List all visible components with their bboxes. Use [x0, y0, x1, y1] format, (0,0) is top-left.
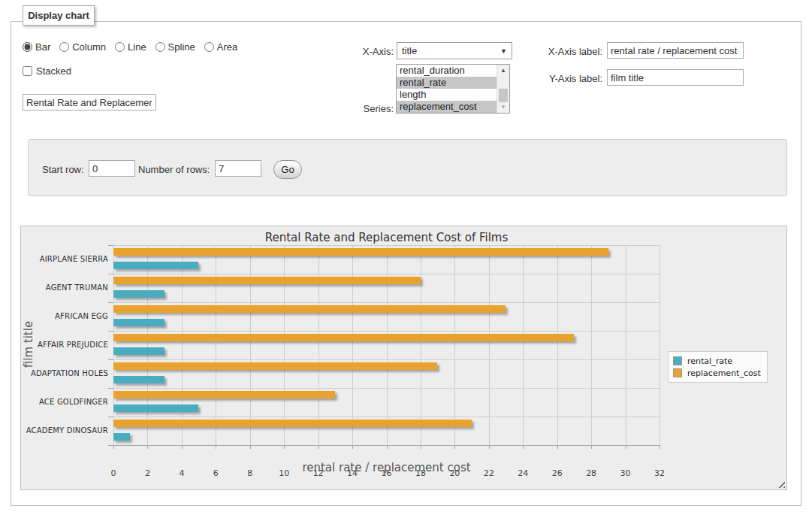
start-row-input[interactable] — [89, 160, 135, 177]
y-axis-title: film title — [22, 292, 35, 397]
chart-type-radio-bar[interactable] — [23, 42, 32, 52]
x-axis-select[interactable]: title ▼ — [397, 42, 512, 59]
series-list-label: Series: — [331, 103, 394, 114]
bar-rental_rate — [113, 404, 198, 412]
chart-type-option-spline[interactable]: Spline — [155, 41, 195, 53]
series-scrollbar[interactable]: ▲ ▼ — [497, 65, 509, 113]
series-option-replacement_cost[interactable]: replacement_cost — [397, 101, 497, 113]
x-axis-label-input[interactable] — [607, 42, 744, 59]
dropdown-arrow-icon: ▼ — [500, 47, 507, 55]
gridline — [284, 245, 285, 445]
chart-type-radio-group: BarColumnLineSplineArea — [23, 41, 242, 53]
y-tick — [108, 245, 113, 246]
x-axis-selected-value: title — [402, 45, 417, 56]
stacked-checkbox[interactable] — [23, 66, 32, 76]
legend-swatch — [673, 356, 682, 365]
resize-handle-icon[interactable] — [777, 480, 785, 488]
scroll-down-icon[interactable]: ▼ — [497, 101, 509, 113]
y-tick — [108, 359, 113, 360]
chart-type-option-bar[interactable]: Bar — [23, 41, 50, 53]
bar-replacement_cost — [113, 362, 437, 370]
bar-replacement_cost — [113, 305, 506, 313]
y-axis-label-input[interactable] — [607, 69, 744, 86]
gridline — [147, 245, 148, 445]
gridline — [523, 245, 524, 445]
bar-replacement_cost — [113, 420, 472, 427]
chart-type-option-column[interactable]: Column — [59, 41, 106, 53]
gridline — [113, 388, 660, 389]
bar-replacement_cost — [113, 334, 574, 341]
chart-type-radio-column[interactable] — [59, 42, 69, 52]
row-controls-box: Start row: Number of rows: Go — [28, 139, 787, 196]
scroll-up-icon[interactable]: ▲ — [497, 65, 509, 76]
chart-title: Rental Rate and Replacement Cost of Film… — [113, 231, 660, 244]
gridline — [250, 245, 251, 445]
chart-type-radio-spline[interactable] — [155, 42, 165, 52]
y-axis-label-caption: Y-Axis label: — [530, 73, 602, 84]
go-button[interactable]: Go — [273, 160, 302, 179]
chart-type-label: Area — [217, 41, 237, 53]
bar-rental_rate — [113, 376, 165, 383]
series-listbox[interactable]: rental_durationrental_ratelengthreplacem… — [396, 64, 510, 114]
gridline — [660, 245, 660, 445]
category-label: ACADEMY DINOSAUR — [18, 426, 108, 435]
y-tick — [108, 331, 113, 332]
scrollbar-thumb[interactable] — [499, 89, 508, 102]
x-axis-line — [113, 445, 660, 446]
x-axis-label-caption: X-Axis label: — [530, 46, 602, 57]
chart-legend: rental_ratereplacement_cost — [668, 351, 768, 383]
legend-item-replacement_cost: replacement_cost — [673, 367, 761, 379]
chart-type-radio-line[interactable] — [115, 42, 125, 52]
stacked-checkbox-row: Stacked — [23, 65, 71, 77]
category-label: AGENT TRUMAN — [18, 283, 108, 292]
series-option-length[interactable]: length — [397, 89, 497, 101]
series-options: rental_durationrental_ratelengthreplacem… — [397, 65, 497, 113]
gridline — [387, 245, 388, 445]
legend-label: replacement_cost — [687, 368, 761, 378]
y-tick — [108, 388, 113, 389]
chart-type-label: Line — [128, 41, 146, 53]
number-of-rows-label: Number of rows: — [138, 164, 210, 175]
y-tick — [108, 417, 113, 417]
bar-rental_rate — [113, 262, 198, 269]
gridline — [113, 331, 660, 332]
y-tick — [108, 302, 113, 303]
bar-replacement_cost — [113, 277, 421, 284]
chart-container: Rental Rate and Replacement Cost of Film… — [20, 226, 787, 490]
bar-rental_rate — [113, 319, 165, 326]
y-tick — [108, 445, 113, 446]
chart-plot-area: 02468101214161820222426283032AIRPLANE SI… — [113, 245, 660, 445]
chart-type-label: Spline — [168, 41, 195, 53]
series-option-rental_duration[interactable]: rental_duration — [397, 65, 497, 77]
start-row-label: Start row: — [42, 164, 84, 175]
stacked-label: Stacked — [36, 65, 71, 77]
bar-rental_rate — [113, 433, 130, 441]
page: Display chart BarColumnLineSplineArea St… — [0, 0, 812, 512]
chart-type-option-area[interactable]: Area — [204, 41, 237, 53]
series-option-rental_rate[interactable]: rental_rate — [397, 77, 497, 89]
chart-title-input[interactable] — [23, 94, 156, 111]
chart-type-label: Bar — [35, 41, 50, 53]
gridline — [318, 245, 319, 445]
gridline — [113, 274, 660, 274]
category-label: ACE GOLDFINGER — [18, 398, 108, 406]
gridline — [113, 302, 660, 303]
gridline — [626, 245, 626, 445]
gridline — [113, 245, 660, 246]
gridline — [182, 245, 183, 445]
x-axis-select-label: X-Axis: — [331, 46, 394, 57]
number-of-rows-input[interactable] — [215, 160, 261, 177]
panel-title: Display chart — [23, 5, 95, 26]
legend-label: rental_rate — [687, 356, 732, 366]
gridline — [113, 417, 660, 417]
x-axis-title: rental rate / replacement cost — [113, 461, 660, 474]
legend-item-rental_rate: rental_rate — [673, 355, 761, 367]
gridline — [557, 245, 558, 445]
chart-type-option-line[interactable]: Line — [115, 41, 146, 53]
x-tick — [660, 445, 660, 449]
y-tick — [108, 274, 113, 274]
legend-swatch — [673, 368, 682, 377]
bar-rental_rate — [113, 290, 165, 298]
chart-type-radio-area[interactable] — [204, 42, 214, 52]
gridline — [454, 245, 455, 445]
